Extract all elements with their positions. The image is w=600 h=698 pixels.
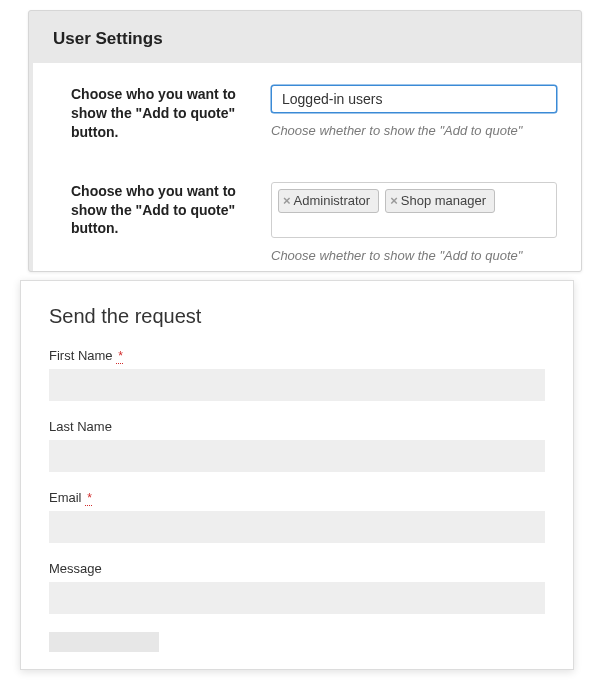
setting-row: Choose who you want to show the "Add to … (33, 81, 581, 154)
setting-description: Choose whether to show the "Add to quote… (271, 248, 557, 263)
field-message: Message (49, 561, 545, 614)
setting-description: Choose whether to show the "Add to quote… (271, 123, 557, 138)
user-settings-title: User Settings (53, 29, 557, 49)
roles-multiselect[interactable]: × Administrator × Shop manager (271, 182, 557, 238)
setting-label: Choose who you want to show the "Add to … (71, 85, 271, 142)
last-name-label: Last Name (49, 419, 545, 434)
setting-label: Choose who you want to show the "Add to … (71, 182, 271, 263)
email-input[interactable] (49, 511, 545, 543)
visibility-select[interactable]: Logged-in users (271, 85, 557, 113)
email-label: Email * (49, 490, 545, 505)
last-name-input[interactable] (49, 440, 545, 472)
send-request-panel: Send the request First Name * Last Name … (20, 280, 574, 670)
field-first-name: First Name * (49, 348, 545, 401)
required-mark: * (85, 491, 92, 506)
required-mark: * (116, 349, 123, 364)
message-input[interactable] (49, 582, 545, 614)
user-settings-body: Choose who you want to show the "Add to … (33, 63, 581, 272)
user-settings-panel: User Settings Choose who you want to sho… (28, 10, 582, 272)
role-token[interactable]: × Administrator (278, 189, 379, 213)
remove-token-icon[interactable]: × (390, 194, 398, 207)
setting-row: Choose who you want to show the "Add to … (33, 178, 581, 272)
role-token-label: Administrator (294, 193, 371, 208)
message-label: Message (49, 561, 545, 576)
send-request-title: Send the request (49, 305, 545, 328)
field-last-name: Last Name (49, 419, 545, 472)
role-token[interactable]: × Shop manager (385, 189, 495, 213)
role-token-label: Shop manager (401, 193, 486, 208)
first-name-label-text: First Name (49, 348, 113, 363)
first-name-input[interactable] (49, 369, 545, 401)
setting-control: Logged-in users Choose whether to show t… (271, 85, 557, 142)
visibility-select-value: Logged-in users (282, 91, 382, 107)
first-name-label: First Name * (49, 348, 545, 363)
remove-token-icon[interactable]: × (283, 194, 291, 207)
user-settings-header: User Settings (29, 11, 581, 63)
setting-control: × Administrator × Shop manager Choose wh… (271, 182, 557, 263)
email-label-text: Email (49, 490, 82, 505)
submit-button[interactable] (49, 632, 159, 652)
field-email: Email * (49, 490, 545, 543)
